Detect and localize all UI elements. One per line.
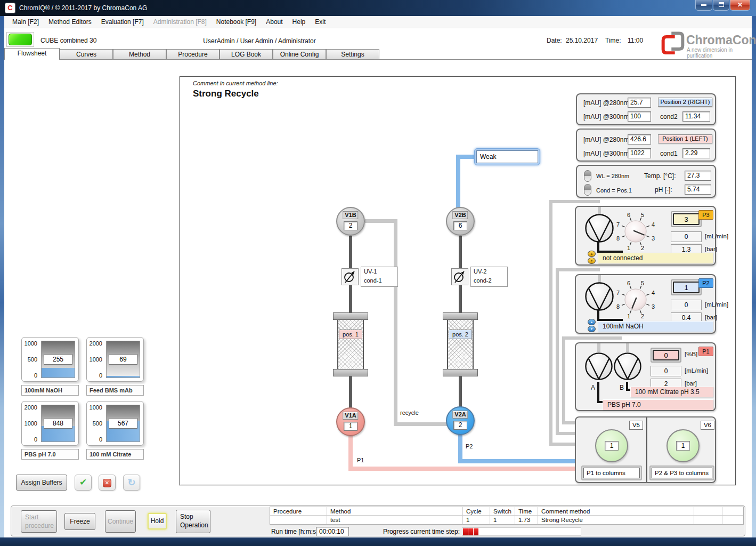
runtime-label: Run time [h:m:s] <box>271 528 318 535</box>
date-value: 25.10.2017 <box>566 37 598 44</box>
p1-buffer-b-field[interactable]: 100 mM Citrate pH 3.5 <box>630 387 713 397</box>
valve-panel-divider <box>646 417 647 482</box>
p3-badge: P3 <box>698 210 713 220</box>
window-frame-right <box>752 16 756 537</box>
valve-v1b-tag: V1B <box>343 211 358 219</box>
device-name: CUBE combined 30 <box>40 37 96 44</box>
col-extra2 <box>722 507 743 516</box>
confirm-button[interactable]: ✔ <box>75 475 92 491</box>
cancel-button[interactable]: ✕ <box>99 475 116 491</box>
valve-v2a[interactable]: V2A 2 <box>446 406 475 435</box>
stop-operation-button[interactable]: Stop Operation <box>176 510 210 533</box>
wl-toggle-icon[interactable] <box>584 170 591 182</box>
pump-p3-panel: 12 34 56 78 3 P3 0 [mL/min] 1.3 [bar] ▲ … <box>575 206 716 266</box>
temp-label: Temp. [°C]: <box>644 172 676 180</box>
p3-buffer-spinner[interactable]: ▲ ▼ <box>588 251 596 264</box>
pump-p1-panel: A B 0 [%B] P1 0 [mL/min] 2 [bar] 100 mM … <box>575 342 716 411</box>
spinner-down-icon: ▼ <box>588 326 596 332</box>
menu-exit[interactable]: Exit <box>310 17 330 27</box>
row-time: 1.73 <box>515 516 538 524</box>
pos1-title[interactable]: Position 1 (LEFT) <box>658 134 712 143</box>
gauge-pbs-label: PBS pH 7.0 <box>21 449 79 460</box>
p3-flow-value: 0 <box>671 231 702 242</box>
menu-notebook[interactable]: Notebook [F9] <box>212 17 261 27</box>
pos2-title[interactable]: Position 2 (RIGHT) <box>658 98 712 107</box>
progress-segment <box>468 528 473 535</box>
tab-flowsheet[interactable]: Flowsheet <box>4 48 60 60</box>
continue-button[interactable]: Continue <box>105 510 136 533</box>
col-procedure: Procedure <box>270 507 327 516</box>
refresh-button[interactable]: ↻ <box>123 475 140 491</box>
gauge-value: 567 <box>109 418 137 429</box>
pipe-p3-bot <box>549 443 575 446</box>
tab-settings[interactable]: Settings <box>326 49 379 60</box>
outlet-valves-panel: V5 1 P1 to columns V6 1 P2 & P3 to colum… <box>575 416 716 483</box>
menu-administration[interactable]: Administration [F8] <box>149 17 212 27</box>
tab-method[interactable]: Method <box>113 49 166 60</box>
gauge-ticks: 200010000 <box>23 404 39 443</box>
column1-cap-top <box>333 312 368 320</box>
v6-route-field[interactable]: P2 & P3 to columns <box>649 465 714 480</box>
valve-v1a-position: 1 <box>344 422 357 431</box>
menu-help[interactable]: Help <box>288 17 311 27</box>
menu-evaluation[interactable]: Evaluation [F7] <box>96 17 149 27</box>
freeze-button[interactable]: Freeze <box>64 513 95 530</box>
progress-segment <box>463 528 468 535</box>
menu-method-editors[interactable]: Method Editors <box>44 17 96 27</box>
uv1-line2: cond-1 <box>364 276 397 285</box>
valve-v5[interactable]: 1 <box>595 429 628 462</box>
p1-gradient-value: 0 <box>653 350 679 360</box>
maximize-button[interactable] <box>713 0 729 11</box>
maximize-icon <box>719 2 724 7</box>
tab-procedure[interactable]: Procedure <box>166 49 220 60</box>
svg-text:5: 5 <box>641 280 644 286</box>
menu-about[interactable]: About <box>261 17 287 27</box>
gauge-body: 848 <box>41 405 75 442</box>
v5-badge: V5 <box>629 421 643 430</box>
p3-selector-knob[interactable]: 12 34 56 78 <box>605 207 666 256</box>
valve-v1a[interactable]: V1A 1 <box>336 407 365 436</box>
close-button[interactable]: ✕ <box>730 0 750 11</box>
tab-curves[interactable]: Curves <box>60 49 113 60</box>
hold-button[interactable]: Hold <box>148 513 167 529</box>
valve-v1b[interactable]: V1B 2 <box>336 207 365 236</box>
start-procedure-button[interactable]: Start procedure <box>21 510 57 533</box>
valve-v6[interactable]: 1 <box>666 429 700 462</box>
runtime-value: 00:00:10 <box>316 527 349 536</box>
svg-text:5: 5 <box>641 212 644 218</box>
p2-badge: P2 <box>698 278 713 288</box>
p3-position-display[interactable]: 3 <box>671 211 702 227</box>
uv1-line1: UV-1 <box>364 267 397 276</box>
p2-buffer-field[interactable]: 100mM NaOH <box>598 321 713 332</box>
p2-buffer-spinner[interactable]: ▲ ▼ <box>588 319 596 333</box>
p1-badge: P1 <box>698 347 713 356</box>
svg-text:6: 6 <box>627 280 630 286</box>
p1-gradient-display[interactable]: 0 <box>651 348 681 363</box>
column1-cap-bottom <box>333 369 368 376</box>
pos1-cond-value: 2.29 <box>682 148 710 158</box>
gauge-feed-label: Feed BMS mAb <box>86 385 144 396</box>
row-switch: 1 <box>490 516 515 524</box>
assign-buffers-button[interactable]: Assign Buffers <box>16 475 67 491</box>
svg-text:4: 4 <box>652 290 655 296</box>
p2-selector-knob[interactable]: 12 34 56 78 <box>605 275 666 324</box>
spinner-up-icon: ▲ <box>588 251 596 257</box>
uv2-label: UV-2 cond-2 <box>470 267 508 287</box>
gauge-pbs: 200010000 848 <box>21 401 79 446</box>
valve-v2b[interactable]: V2B 6 <box>446 207 475 236</box>
p3-buffer-field[interactable]: not connected <box>598 253 713 263</box>
spinner-up-icon: ▲ <box>588 319 596 325</box>
minimize-button[interactable] <box>695 0 712 11</box>
v5-route-field[interactable]: P1 to columns <box>581 465 642 480</box>
menu-main[interactable]: Main [F2] <box>7 17 44 27</box>
cond-toggle-icon[interactable] <box>584 184 591 196</box>
p1-buffer-a-field[interactable]: PBS pH 7.0 <box>603 399 713 410</box>
tab-online-config[interactable]: Online Config <box>273 49 326 60</box>
p1a-inlet-pipe <box>597 343 600 352</box>
pos2-uv280-label: [mAU] @280nm <box>583 99 629 107</box>
pipe-recycle-top <box>365 219 397 223</box>
p2-position-display[interactable]: 1 <box>671 279 702 295</box>
outlet-weak-field[interactable]: Weak <box>474 148 540 165</box>
tab-log-book[interactable]: LOG Book <box>220 49 273 60</box>
pipe-p2-top <box>556 268 600 271</box>
